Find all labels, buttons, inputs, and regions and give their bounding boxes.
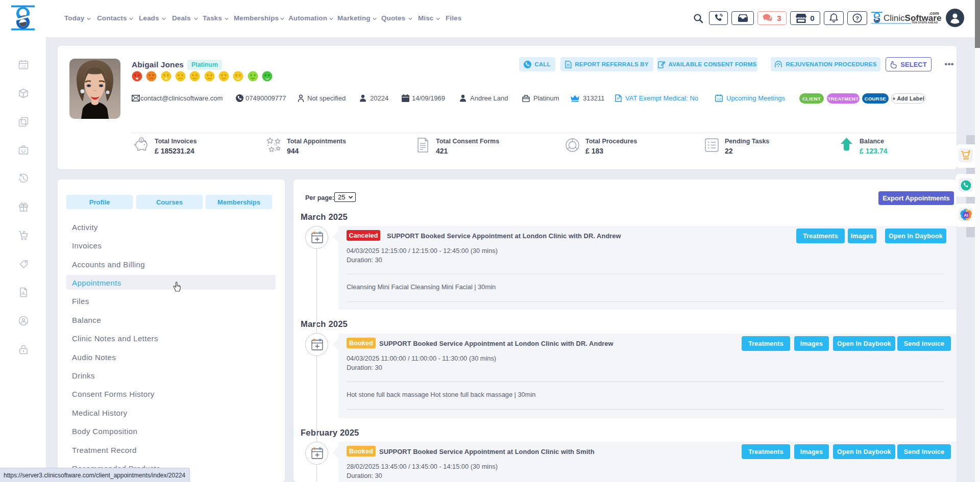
svg-text:12: 12 [21,65,26,68]
svg-text:AI: AI [964,213,968,218]
svg-text:$: $ [140,138,143,143]
svg-text:?: ? [855,15,859,21]
svg-text:12: 12 [717,97,721,101]
